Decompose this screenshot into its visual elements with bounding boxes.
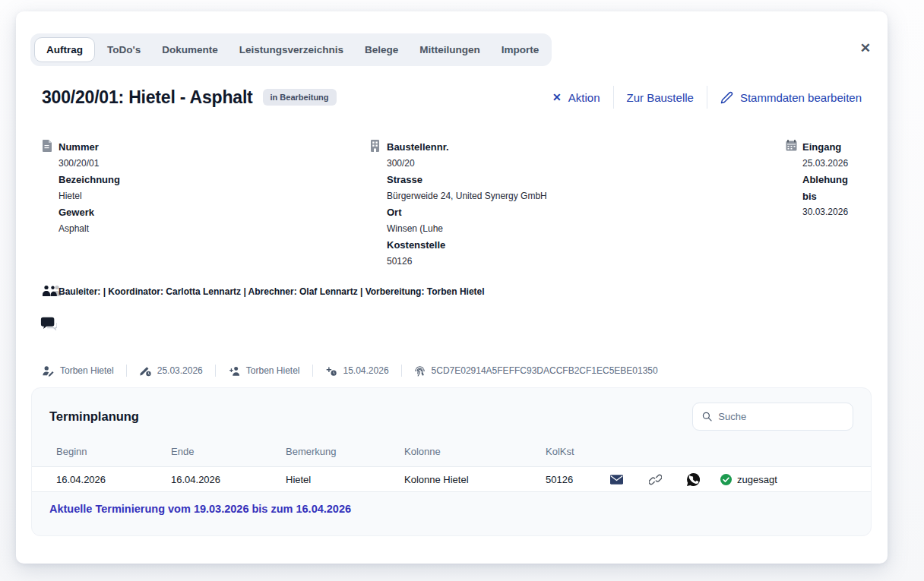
tab-dokumente[interactable]: Dokumente: [153, 38, 227, 62]
field-label: Nummer: [59, 139, 120, 156]
team-line-text: Bauleiter: | Koordinator: Carlotta Lenna…: [59, 286, 485, 297]
field-value: Hietel: [59, 188, 120, 205]
created-date: 15.04.2026: [325, 365, 389, 377]
zur-baustelle-button[interactable]: Zur Baustelle: [627, 91, 694, 104]
modified-date: 25.03.2026: [139, 365, 203, 377]
field-value: Asphalt: [59, 221, 120, 238]
document-icon: [42, 139, 53, 270]
team-line: Bauleiter: | Koordinator: Carlotta Lenna…: [42, 285, 485, 298]
cell-beginn: 16.04.2026: [32, 474, 147, 485]
audit-meta-row: Torben Hietel 25.03.2026 Torben Hietel 1…: [42, 365, 658, 377]
zur-baustelle-label: Zur Baustelle: [627, 91, 694, 104]
created-date-text: 15.04.2026: [343, 365, 389, 376]
tab-mitteilungen[interactable]: Mitteilungen: [410, 38, 489, 62]
tab-belege[interactable]: Belege: [356, 38, 407, 62]
cell-ende: 16.04.2026: [147, 474, 261, 485]
header-row: 300/20/01: Hietel - Asphalt in Bearbeitu…: [42, 86, 862, 109]
terminplanung-header: Terminplanung: [32, 388, 871, 441]
status-badge: in Bearbeitung: [263, 89, 337, 106]
close-icon[interactable]: ✕: [860, 42, 871, 55]
terminierung-note: Aktuelle Terminierung vom 19.03.2026 bis…: [32, 492, 871, 515]
cell-kolkst: 50126: [521, 474, 596, 485]
field-value: 25.03.2026: [802, 156, 862, 172]
link-button[interactable]: [637, 474, 674, 485]
table-header-row: Beginn Ende Bemerkung Kolonne KolKst: [32, 441, 871, 466]
record-hash: 5CD7E02914A5FEFFC93DACCFB2CF1EC5EBE01350: [414, 365, 658, 377]
divider: [401, 365, 402, 377]
field-label: Bezeichnung: [59, 172, 120, 188]
field-label: Ort: [387, 204, 547, 221]
detail-col-termine: Eingang 25.03.2026 Ablehung bis 30.03.20…: [786, 139, 862, 270]
col-header-kolonne: Kolonne: [380, 441, 521, 466]
user-edit-icon: [42, 365, 54, 377]
fingerprint-icon: [414, 365, 426, 377]
field-value: Bürgerweide 24, United Synergy GmbH: [387, 188, 547, 205]
modified-by: Torben Hietel: [42, 365, 114, 377]
calendar-icon: [786, 139, 797, 270]
created-by-text: Torben Hietel: [246, 365, 300, 376]
field-label: Baustellennr.: [387, 139, 547, 156]
cell-bemerkung: Hietel: [261, 474, 380, 485]
add-date-icon: [325, 365, 337, 377]
status-cell: zugesagt: [713, 474, 871, 485]
link-icon: [649, 474, 662, 485]
detail-grid: Nummer 300/20/01 Bezeichnung Hietel Gewe…: [42, 139, 862, 270]
search-box[interactable]: [692, 403, 853, 431]
field-label: Ablehung bis: [802, 172, 862, 204]
termin-table: Beginn Ende Bemerkung Kolonne KolKst 16.…: [32, 441, 871, 492]
modified-date-text: 25.03.2026: [157, 365, 203, 376]
tab-auftrag[interactable]: Auftrag: [34, 37, 95, 62]
check-circle-icon: [720, 474, 732, 485]
aktion-button[interactable]: ✕ Aktion: [552, 91, 600, 104]
stammdaten-bearbeiten-button[interactable]: Stammdaten bearbeiten: [720, 91, 862, 104]
pencil-icon: [720, 91, 733, 104]
terminplanung-title: Terminplanung: [49, 409, 139, 424]
divider: [613, 86, 614, 109]
col-header-beginn: Beginn: [32, 441, 147, 466]
field-value: 50126: [387, 254, 547, 270]
divider: [707, 86, 707, 109]
mail-icon: [610, 475, 623, 485]
cell-kolonne: Kolonne Hietel: [380, 474, 521, 485]
status-text: zugesagt: [737, 474, 777, 485]
table-row[interactable]: 16.04.2026 16.04.2026 Hietel Kolonne Hie…: [32, 466, 871, 492]
whatsapp-icon: [687, 473, 700, 486]
detail-col-auftrag: Nummer 300/20/01 Bezeichnung Hietel Gewe…: [42, 139, 370, 270]
mail-button[interactable]: [596, 475, 637, 485]
divider: [215, 365, 216, 377]
people-group-icon: [42, 285, 68, 298]
page-title: 300/20/01: Hietel - Asphalt: [42, 87, 253, 108]
user-add-icon: [228, 365, 240, 377]
building-icon: [370, 139, 381, 270]
aktion-label: Aktion: [568, 91, 600, 104]
field-label: Strasse: [387, 172, 547, 188]
whatsapp-button[interactable]: [674, 473, 713, 486]
field-label: Kostenstelle: [387, 237, 547, 254]
divider: [126, 365, 127, 377]
terminplanung-panel: Terminplanung Beginn Ende Bemerkung Kolo…: [31, 387, 872, 536]
field-value: 30.03.2026: [802, 204, 862, 221]
record-hash-text: 5CD7E02914A5FEFFC93DACCFB2CF1EC5EBE01350: [432, 365, 658, 376]
auftrag-modal: ✕ Auftrag ToDo's Dokumente Leistungsverz…: [16, 11, 888, 564]
created-by: Torben Hietel: [228, 365, 300, 377]
search-icon: [702, 411, 712, 422]
x-icon: ✕: [552, 91, 562, 103]
chat-row[interactable]: [40, 315, 57, 335]
divider: [312, 365, 313, 377]
stammdaten-label: Stammdaten bearbeiten: [740, 91, 862, 104]
field-value: Winsen (Luhe: [387, 221, 547, 238]
field-value: 300/20: [387, 156, 547, 172]
tab-leistungsverzeichnis[interactable]: Leistungsverzeichnis: [230, 38, 353, 62]
modified-by-text: Torben Hietel: [60, 365, 114, 376]
tab-bar: Auftrag ToDo's Dokumente Leistungsverzei…: [30, 33, 552, 66]
col-header-bemerkung: Bemerkung: [261, 441, 380, 466]
search-input[interactable]: [718, 411, 843, 422]
header-actions: ✕ Aktion Zur Baustelle Stammdaten bearbe…: [552, 86, 862, 109]
detail-col-baustelle: Baustellennr. 300/20 Strasse Bürgerweide…: [370, 139, 786, 270]
edit-date-icon: [139, 365, 151, 377]
field-label: Gewerk: [59, 204, 120, 221]
field-label: Eingang: [802, 139, 862, 156]
tab-todos[interactable]: ToDo's: [98, 38, 150, 62]
tab-importe[interactable]: Importe: [492, 38, 549, 62]
chat-bubble-icon: [40, 315, 57, 332]
